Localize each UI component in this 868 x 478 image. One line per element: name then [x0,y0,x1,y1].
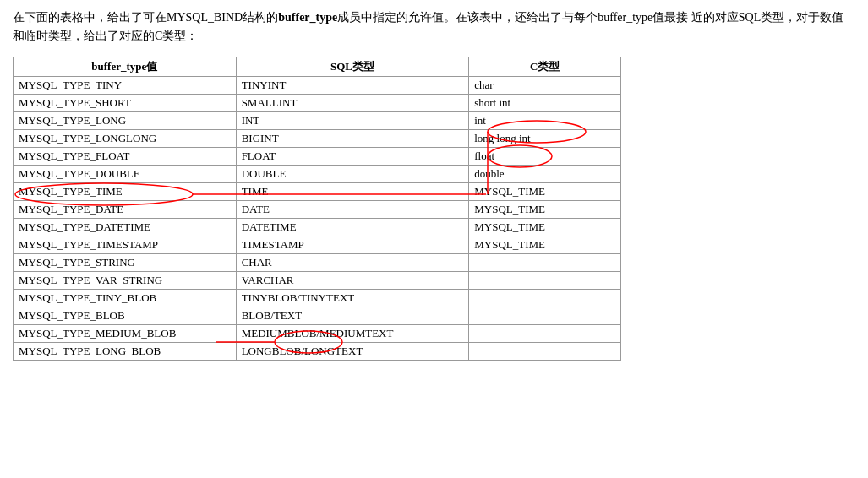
col-header-sql-type: SQL类型 [236,57,469,76]
table-row: MYSQL_TYPE_LONGINTint [14,111,621,129]
table-cell-8-2: MYSQL_TIME [469,218,621,236]
table-cell-6-2: MYSQL_TIME [469,182,621,200]
col-header-buffer-type: buffer_type值 [14,57,237,76]
table-cell-7-1: DATE [236,200,469,218]
table-cell-6-1: TIME [236,182,469,200]
table-row: MYSQL_TYPE_TINY_BLOBTINYBLOB/TINYTEXT [14,289,621,307]
col-header-c-type: C类型 [469,57,621,76]
table-cell-12-0: MYSQL_TYPE_TINY_BLOB [14,289,237,307]
table-row: MYSQL_TYPE_SHORTSMALLINTshort int [14,94,621,111]
table-row: MYSQL_TYPE_TINYTINYINTchar [14,76,621,94]
table-row: MYSQL_TYPE_LONGLONGBIGINTlong long int [14,129,621,147]
table-cell-3-1: BIGINT [236,129,469,147]
table-row: MYSQL_TYPE_FLOATFLOATfloat [14,147,621,165]
table-cell-0-1: TINYINT [236,76,469,94]
table-cell-12-1: TINYBLOB/TINYTEXT [236,289,469,307]
table-cell-15-0: MYSQL_TYPE_LONG_BLOB [14,342,237,360]
table-cell-4-0: MYSQL_TYPE_FLOAT [14,147,237,165]
table-cell-4-1: FLOAT [236,147,469,165]
table-cell-10-0: MYSQL_TYPE_STRING [14,253,237,271]
table-cell-15-1: LONGBLOB/LONGTEXT [236,342,469,360]
table-row: MYSQL_TYPE_LONG_BLOBLONGBLOB/LONGTEXT [14,342,621,360]
table-cell-5-0: MYSQL_TYPE_DOUBLE [14,165,237,182]
table-cell-5-1: DOUBLE [236,165,469,182]
table-row: MYSQL_TYPE_TIMETIMEMYSQL_TIME [14,182,621,200]
table-cell-8-0: MYSQL_TYPE_DATETIME [14,218,237,236]
table-cell-1-1: SMALLINT [236,94,469,111]
table-row: MYSQL_TYPE_DOUBLEDOUBLEdouble [14,165,621,182]
table-row: MYSQL_TYPE_DATEDATEMYSQL_TIME [14,200,621,218]
table-cell-1-0: MYSQL_TYPE_SHORT [14,94,237,111]
table-cell-6-0: MYSQL_TYPE_TIME [14,182,237,200]
table-cell-12-2 [469,289,621,307]
table-cell-13-0: MYSQL_TYPE_BLOB [14,307,237,324]
intro-paragraph: 在下面的表格中，给出了可在MYSQL_BIND结构的buffer_type成员中… [13,8,855,46]
table-cell-4-2: float [469,147,621,165]
table-cell-8-1: DATETIME [236,218,469,236]
table-cell-1-2: short int [469,94,621,111]
table-cell-11-1: VARCHAR [236,271,469,289]
table-cell-10-1: CHAR [236,253,469,271]
table-row: MYSQL_TYPE_DATETIMEDATETIMEMYSQL_TIME [14,218,621,236]
table-cell-3-2: long long int [469,129,621,147]
table-cell-13-1: BLOB/TEXT [236,307,469,324]
table-cell-11-0: MYSQL_TYPE_VAR_STRING [14,271,237,289]
page-wrapper: 在下面的表格中，给出了可在MYSQL_BIND结构的buffer_type成员中… [13,8,855,361]
table-cell-0-2: char [469,76,621,94]
table-cell-5-2: double [469,165,621,182]
table-row: MYSQL_TYPE_STRINGCHAR [14,253,621,271]
table-row: MYSQL_TYPE_VAR_STRINGVARCHAR [14,271,621,289]
table-cell-14-2 [469,324,621,342]
table-cell-13-2 [469,307,621,324]
table-cell-2-1: INT [236,111,469,129]
table-cell-9-2: MYSQL_TIME [469,236,621,253]
buffer-type-highlight: buffer_type [278,11,337,24]
table-cell-7-0: MYSQL_TYPE_DATE [14,200,237,218]
table-cell-10-2 [469,253,621,271]
table-row: MYSQL_TYPE_MEDIUM_BLOBMEDIUMBLOB/MEDIUMT… [14,324,621,342]
table-cell-2-0: MYSQL_TYPE_LONG [14,111,237,129]
table-cell-2-2: int [469,111,621,129]
table-cell-3-0: MYSQL_TYPE_LONGLONG [14,129,237,147]
table-cell-9-0: MYSQL_TYPE_TIMESTAMP [14,236,237,253]
table-cell-14-1: MEDIUMBLOB/MEDIUMTEXT [236,324,469,342]
table-cell-7-2: MYSQL_TIME [469,200,621,218]
table-cell-0-0: MYSQL_TYPE_TINY [14,76,237,94]
table-cell-15-2 [469,342,621,360]
table-row: MYSQL_TYPE_BLOBBLOB/TEXT [14,307,621,324]
buffer-type-table: buffer_type值 SQL类型 C类型 MYSQL_TYPE_TINYTI… [13,57,621,361]
table-cell-11-2 [469,271,621,289]
table-cell-14-0: MYSQL_TYPE_MEDIUM_BLOB [14,324,237,342]
table-header-row: buffer_type值 SQL类型 C类型 [14,57,621,76]
table-cell-9-1: TIMESTAMP [236,236,469,253]
table-row: MYSQL_TYPE_TIMESTAMPTIMESTAMPMYSQL_TIME [14,236,621,253]
